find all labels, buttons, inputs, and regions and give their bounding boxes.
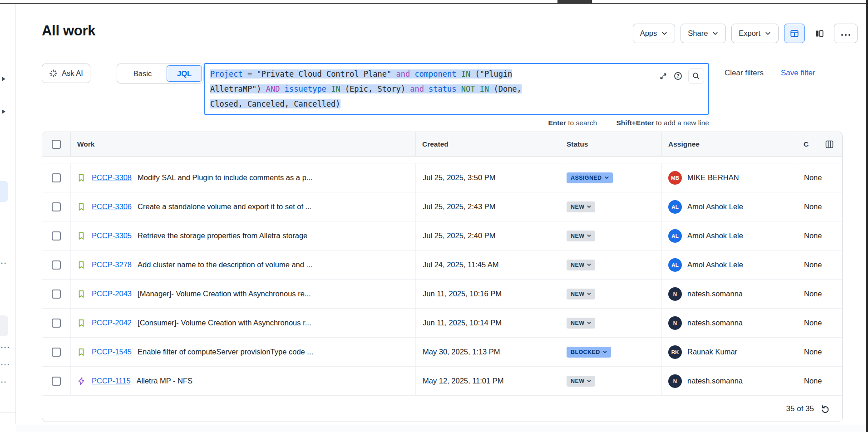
- table-row[interactable]: PCCP-3305Retrieve the storage properties…: [42, 221, 842, 250]
- manage-columns-icon[interactable]: [816, 132, 842, 156]
- sidebar-item-fragment[interactable]: [0, 315, 8, 336]
- avatar: N: [668, 287, 682, 301]
- assignee-name: natesh.somanna: [687, 290, 743, 298]
- extra-cell: None: [797, 367, 842, 395]
- status-cell: BLOCKED: [560, 338, 661, 366]
- basic-mode-button[interactable]: Basic: [118, 69, 167, 78]
- issue-key-link[interactable]: PCCP-3305: [92, 231, 132, 240]
- issue-summary[interactable]: Alletra MP - NFS: [137, 377, 192, 385]
- export-button[interactable]: Export: [731, 24, 779, 43]
- work-cell: PCCP-3305Retrieve the storage properties…: [70, 221, 415, 250]
- issue-key-link[interactable]: PCCP-1115: [92, 377, 131, 385]
- select-all-checkbox[interactable]: [52, 140, 61, 149]
- issue-key-link[interactable]: PCCP-2042: [92, 319, 132, 327]
- jira-all-work-page: ·· ··· ··· ·· · All work Apps Share Expo…: [0, 0, 868, 432]
- row-select-cell: [42, 280, 70, 308]
- table-row[interactable]: PCCP-3306Create a standalone volume and …: [42, 192, 842, 221]
- issue-key-link[interactable]: PCCP-3278: [92, 260, 132, 269]
- row-checkbox[interactable]: [52, 348, 61, 357]
- status-badge[interactable]: NEW: [567, 289, 595, 299]
- status-badge[interactable]: NEW: [567, 201, 595, 212]
- issue-key-link[interactable]: PCCP-3306: [92, 202, 132, 211]
- row-checkbox[interactable]: [52, 319, 61, 328]
- sidebar-item-fragment[interactable]: ··: [1, 259, 7, 267]
- row-checkbox[interactable]: [52, 260, 61, 270]
- extra-cell: None: [797, 280, 842, 308]
- jql-editor-content[interactable]: Project = "Private Cloud Control Plane" …: [210, 67, 703, 112]
- column-header-extra[interactable]: C: [797, 132, 842, 156]
- assignee-cell[interactable]: MBMIKE BERHAN: [661, 163, 797, 192]
- save-filter-button[interactable]: Save filter: [781, 69, 815, 78]
- sidebar-divider: [0, 412, 15, 413]
- issue-key-link[interactable]: PCCP-2043: [92, 290, 132, 298]
- share-button[interactable]: Share: [681, 24, 726, 43]
- issue-key-link[interactable]: PCCP-3308: [92, 173, 132, 182]
- avatar: AL: [668, 229, 682, 243]
- apps-button[interactable]: Apps: [633, 24, 676, 43]
- issue-summary[interactable]: Add cluster name to the description of v…: [138, 260, 312, 269]
- detail-view-toggle[interactable]: [810, 24, 829, 43]
- row-select-cell: [42, 192, 70, 221]
- clear-filters-button[interactable]: Clear filters: [725, 69, 764, 78]
- sidebar-item-fragment[interactable]: ··: [1, 378, 7, 386]
- status-badge[interactable]: NEW: [567, 260, 595, 270]
- row-checkbox[interactable]: [52, 202, 61, 211]
- assignee-cell[interactable]: ALAmol Ashok Lele: [661, 221, 797, 250]
- assignee-cell[interactable]: ALAmol Ashok Lele: [661, 192, 797, 221]
- issue-summary[interactable]: Modify SAL and Plugin to include comment…: [138, 173, 313, 182]
- issue-summary[interactable]: Create a standalone volume and export it…: [138, 202, 311, 211]
- issue-summary[interactable]: [Manager]- Volume Creation with Asynchro…: [138, 290, 311, 298]
- jql-mode-button[interactable]: JQL: [167, 65, 202, 82]
- row-select-cell: [42, 367, 70, 395]
- issue-key-link[interactable]: PCCP-1545: [92, 348, 132, 356]
- row-checkbox[interactable]: [52, 290, 61, 299]
- sidebar-item-fragment[interactable]: ···: [1, 344, 10, 351]
- expand-editor-icon[interactable]: [659, 72, 668, 81]
- story-icon: [77, 290, 86, 299]
- table-row[interactable]: PCCP-2043[Manager]- Volume Creation with…: [42, 280, 842, 309]
- sidebar-chevron-icon[interactable]: [2, 109, 5, 114]
- sidebar-item-fragment[interactable]: ···: [1, 361, 10, 368]
- column-header-created[interactable]: Created: [415, 132, 560, 156]
- column-header-work[interactable]: Work: [70, 132, 415, 156]
- filter-actions: Clear filters Save filter: [725, 69, 815, 78]
- table-row[interactable]: PCCP-1545Enable filter of computeServer …: [42, 338, 842, 367]
- refresh-icon[interactable]: [820, 404, 830, 414]
- search-icon[interactable]: [688, 68, 704, 84]
- assignee-cell[interactable]: Nnatesh.somanna: [661, 367, 797, 395]
- status-badge[interactable]: NEW: [567, 318, 595, 329]
- issue-summary[interactable]: [Consumer]- Volume Creation with Asynchr…: [138, 319, 311, 327]
- search-mode-toggle: Basic JQL: [117, 64, 204, 83]
- sidebar-item-fragment[interactable]: ·: [1, 421, 4, 424]
- list-view-toggle[interactable]: [784, 24, 805, 43]
- status-badge[interactable]: NEW: [567, 376, 595, 387]
- status-cell: NEW: [560, 309, 661, 337]
- ask-ai-button[interactable]: Ask AI: [42, 64, 90, 83]
- column-header-assignee[interactable]: Assignee: [661, 132, 797, 156]
- assignee-cell[interactable]: Nnatesh.somanna: [661, 280, 797, 308]
- created-cell: Jun 11, 2025, 10:14 PM: [415, 309, 560, 337]
- more-actions-button[interactable]: [834, 24, 858, 43]
- status-badge[interactable]: NEW: [567, 231, 595, 241]
- jql-editor[interactable]: Project = "Private Cloud Control Plane" …: [204, 63, 709, 115]
- assignee-cell[interactable]: Nnatesh.somanna: [661, 309, 797, 337]
- row-checkbox[interactable]: [52, 173, 61, 182]
- table-row[interactable]: PCCP-2042[Consumer]- Volume Creation wit…: [42, 309, 842, 338]
- shift-enter-hint-text: to add a new line: [654, 119, 709, 127]
- table-row[interactable]: PCCP-3278Add cluster name to the descrip…: [42, 250, 842, 280]
- assignee-cell[interactable]: RKRaunak Kumar: [661, 338, 797, 366]
- table-row[interactable]: PCCP-3308Modify SAL and Plugin to includ…: [42, 163, 842, 192]
- sidebar-chevron-icon[interactable]: [2, 77, 5, 81]
- row-checkbox[interactable]: [52, 231, 61, 241]
- issue-summary[interactable]: Enable filter of computeServer provision…: [138, 348, 313, 356]
- status-badge[interactable]: ASSIGNED: [567, 172, 613, 183]
- syntax-help-icon[interactable]: ?: [673, 71, 683, 81]
- assignee-cell[interactable]: ALAmol Ashok Lele: [661, 250, 797, 279]
- row-checkbox[interactable]: [52, 377, 61, 386]
- row-select-cell: [42, 221, 70, 250]
- issue-summary[interactable]: Retrieve the storage properties from All…: [138, 231, 307, 240]
- table-row[interactable]: PCCP-1115Alletra MP - NFSMay 12, 2025, 1…: [42, 367, 842, 396]
- status-badge[interactable]: BLOCKED: [567, 347, 611, 358]
- sidebar-active-item-fragment[interactable]: [0, 181, 8, 202]
- column-header-status[interactable]: Status: [560, 132, 661, 156]
